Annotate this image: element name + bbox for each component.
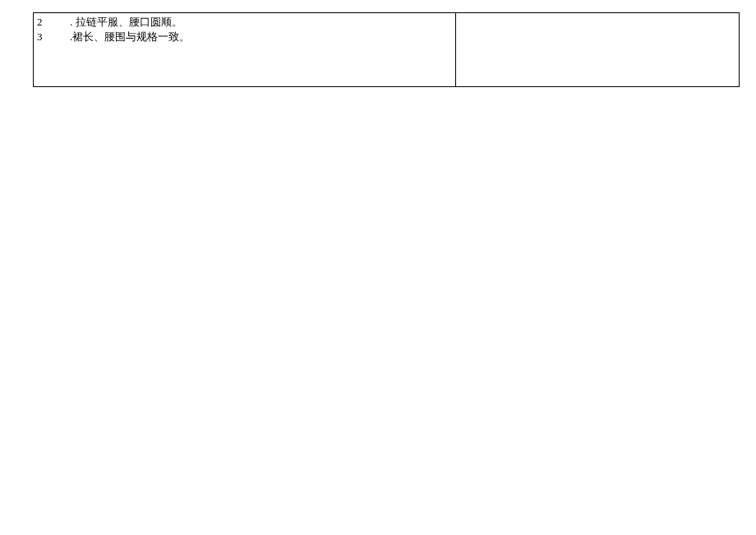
row-text: . 拉链平服、腰口圆顺。 [70,15,182,30]
table-container: 2 . 拉链平服、腰口圆顺。 3 .裙长、腰围与规格一致。 [33,12,740,87]
row-number: 3 [37,30,70,44]
content-table: 2 . 拉链平服、腰口圆顺。 3 .裙长、腰围与规格一致。 [33,12,740,87]
right-cell [456,13,740,87]
row-line-1: 2 . 拉链平服、腰口圆顺。 [37,15,452,30]
table-row: 2 . 拉链平服、腰口圆顺。 3 .裙长、腰围与规格一致。 [34,13,740,87]
row-text: .裙长、腰围与规格一致。 [70,30,190,44]
row-line-2: 3 .裙长、腰围与规格一致。 [37,30,452,44]
left-cell: 2 . 拉链平服、腰口圆顺。 3 .裙长、腰围与规格一致。 [34,13,456,87]
row-number: 2 [37,15,70,30]
